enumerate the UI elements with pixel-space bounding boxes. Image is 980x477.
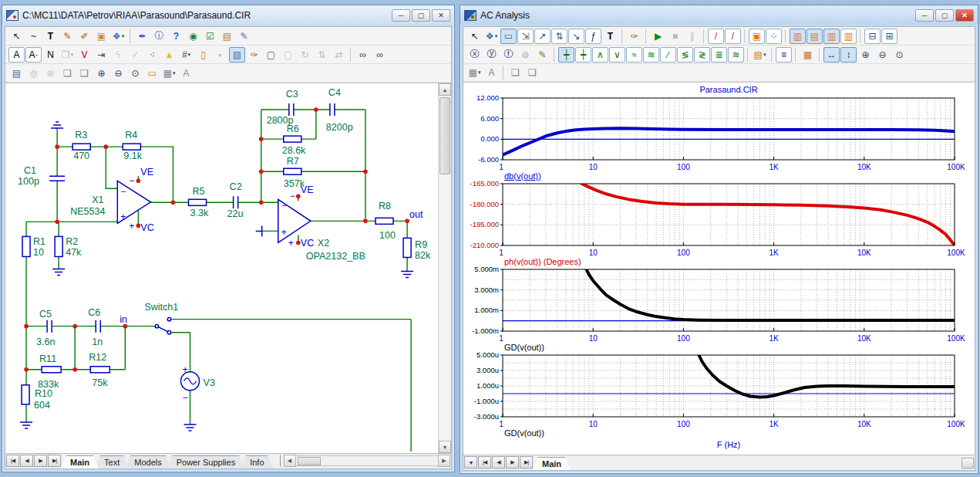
tab-power-supplies[interactable]: Power Supplies — [167, 455, 244, 469]
resistor-R7[interactable] — [284, 168, 301, 174]
blank-square-icon[interactable]: ▢ — [280, 47, 296, 63]
page-nav-button[interactable]: |◀ — [478, 456, 491, 469]
small-page-icon[interactable]: ▫ — [212, 47, 228, 63]
close-button[interactable]: ✕ — [955, 9, 974, 22]
notes-icon[interactable]: ✎ — [236, 29, 252, 44]
page-nav-button[interactable]: ▶| — [520, 456, 533, 469]
flag-mode-icon[interactable]: ✐ — [76, 29, 93, 44]
zoom-100-icon[interactable]: ⊙ — [891, 47, 908, 63]
branch-family-icon[interactable]: ≣ — [711, 47, 727, 63]
grid-pattern-icon[interactable]: ▦▾ — [161, 66, 177, 81]
resistor-R8[interactable] — [375, 218, 393, 224]
cursor-mode-icon[interactable]: ↗ — [534, 29, 551, 44]
slope-up-icon[interactable]: / — [708, 29, 724, 44]
capacitor-C1[interactable] — [49, 176, 65, 181]
hscroll-thumb[interactable] — [298, 457, 321, 465]
plot-group-delay-u[interactable]: 5.000u3.000u1.000u-1.000u-3.000u1101001K… — [463, 353, 975, 438]
resistor-R4[interactable] — [123, 144, 140, 150]
scroll-down-icon[interactable]: ▼ — [439, 441, 451, 453]
tab-models[interactable]: Models — [125, 455, 170, 469]
page-preview-icon[interactable]: ▭ — [144, 66, 160, 81]
stripes-light-icon[interactable]: ▥ — [840, 29, 857, 44]
tab-main[interactable]: Main — [533, 457, 571, 470]
info-page-icon[interactable]: ▤ — [8, 66, 25, 81]
select-tool-icon[interactable]: ↖ — [8, 29, 25, 44]
send-back-icon[interactable]: ❏ — [524, 65, 541, 80]
find-component-icon[interactable]: ❖▾ — [110, 29, 126, 44]
tab-text[interactable]: Text — [95, 455, 129, 469]
ac-analysis-titlebar[interactable]: AC Analysis ─ ▢ ✕ — [460, 5, 978, 25]
add-page-icon[interactable]: ▯ — [195, 47, 211, 63]
y-axis-icon[interactable]: ⓨ — [483, 47, 500, 63]
info-icon[interactable]: ⓘ — [151, 29, 167, 44]
fx-icon[interactable]: ⓕ — [500, 47, 517, 63]
plot-phase[interactable]: -165.000-180.000-195.000-210.0001101001K… — [463, 181, 975, 267]
stripes-dense-icon[interactable]: ▥ — [823, 29, 840, 44]
schematic-canvas[interactable]: − + − + − + − + + − C1 100p — [5, 83, 451, 453]
page-nav-button[interactable]: ▶ — [34, 455, 47, 467]
scroll-up-icon[interactable]: ▲ — [439, 83, 451, 96]
resistor-R6[interactable] — [284, 136, 301, 142]
picture-mode-icon[interactable]: ▣ — [93, 29, 109, 44]
warning-toggle[interactable]: ▲ — [161, 47, 177, 63]
select-tool-icon[interactable]: ↖ — [466, 29, 483, 44]
phase-plot-svg[interactable]: -165.000-180.000-195.000-210.0001101001K… — [463, 181, 975, 257]
quill-icon[interactable]: ✒ — [134, 29, 150, 44]
properties-icon[interactable]: ✑ — [246, 47, 262, 63]
peak-icon[interactable]: ∧ — [592, 47, 608, 63]
tab-main[interactable]: Main — [61, 455, 99, 469]
capacitor-C5[interactable] — [47, 320, 52, 333]
stop-circle-icon[interactable]: ⊗ — [42, 66, 59, 81]
slope-marker-toggle[interactable]: ✓ — [127, 47, 143, 63]
same-scale-icon[interactable]: ⊜ — [517, 47, 534, 63]
minimize-button[interactable]: ─ — [915, 9, 934, 22]
bill-of-materials-icon[interactable]: ▤ — [219, 29, 235, 44]
waveform-label-gd-m[interactable]: GD(v(out)) — [504, 343, 975, 353]
current-marker-toggle[interactable]: ϟ — [110, 47, 126, 63]
border-toggle[interactable]: ▧ — [229, 47, 245, 63]
node-snap-toggle[interactable]: ⁖ — [144, 47, 160, 63]
waveform-label-db[interactable]: db(v(out)) — [504, 171, 975, 181]
search-icon[interactable]: ∞ — [355, 47, 371, 63]
bring-front-icon[interactable]: ❏ — [507, 65, 524, 80]
point-tag-icon[interactable]: ↘ — [568, 29, 584, 44]
plot-db[interactable]: 12.0006.0000.000-6.0001101001K10K100K db… — [463, 96, 975, 181]
close-button[interactable]: ✕ — [432, 9, 450, 22]
data-points-icon[interactable]: ⁘ — [766, 29, 782, 44]
zoom-100-icon[interactable]: ⊙ — [127, 66, 143, 81]
x-expand-icon[interactable]: ↔ — [823, 47, 840, 63]
schematic-titlebar[interactable]: C:\MC11\DATA\Petrov\RIAA\Parasound\Paras… — [2, 5, 454, 25]
zoom-in-icon[interactable]: ⊕ — [93, 66, 109, 81]
resistor-R5[interactable] — [188, 199, 206, 205]
vertical-tag-icon[interactable]: ⇅ — [551, 29, 567, 44]
low-icon[interactable]: ≋ — [643, 47, 659, 63]
text-mode-icon[interactable]: T — [602, 29, 618, 44]
stripes-horizontal-icon[interactable]: ▤ — [807, 29, 823, 44]
text-mode-icon[interactable]: T — [42, 29, 59, 44]
maximize-button[interactable]: ▢ — [412, 9, 430, 22]
minimize-button[interactable]: ─ — [392, 9, 410, 22]
y-expand-icon[interactable]: ↕ — [840, 47, 857, 63]
numeric-output-icon[interactable]: ≡ — [776, 47, 792, 63]
attribute-value-toggle[interactable]: A· — [25, 47, 42, 63]
graphics-menu-icon[interactable]: ❖▾ — [483, 29, 500, 44]
gd-m-plot-svg[interactable]: 5.000m3.000m1.000m-1.000m1101001K10K100K — [463, 267, 975, 343]
db-plot-svg[interactable]: 12.0006.0000.000-6.0001101001K10K100K — [463, 96, 975, 171]
scroll-left-icon[interactable]: ◀ — [284, 455, 296, 467]
font-icon[interactable]: A — [483, 65, 500, 80]
resistor-R11[interactable] — [42, 367, 61, 373]
resistor-R10[interactable] — [22, 385, 29, 404]
attribute-text-toggle[interactable]: A — [8, 47, 25, 63]
flip-horizontal-icon[interactable]: ⇄ — [331, 47, 347, 63]
link-icon[interactable]: ◉ — [185, 29, 201, 44]
pin-connection-toggle[interactable]: ⇥ — [93, 47, 109, 63]
schematic-horizontal-scrollbar[interactable]: ◀ ▶ — [280, 455, 450, 467]
page-nav-button[interactable]: ◀ — [492, 456, 505, 469]
plot-group-delay-m[interactable]: 5.000m3.000m1.000m-1.000m1101001K10K100K… — [463, 267, 975, 353]
help-icon[interactable]: ? — [168, 29, 184, 44]
font-icon[interactable]: A — [178, 66, 194, 81]
resistor-R9[interactable] — [403, 238, 411, 257]
switch-Switch1[interactable] — [155, 317, 170, 333]
bring-front-icon[interactable]: ❏ — [59, 66, 76, 81]
line-draw-icon[interactable]: ✎ — [59, 29, 76, 44]
